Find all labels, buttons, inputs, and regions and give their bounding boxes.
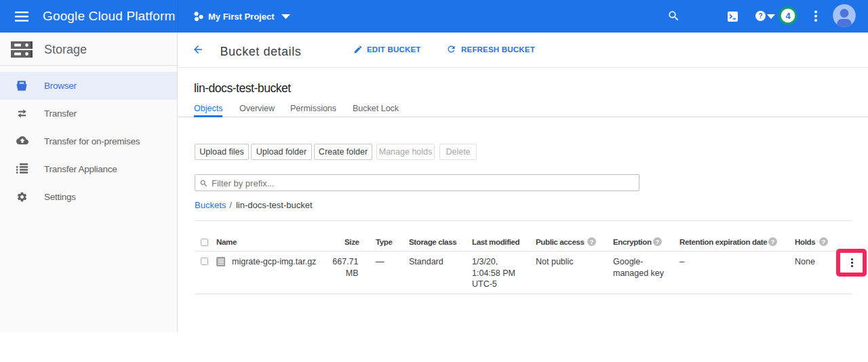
svg-text:?: ?: [758, 12, 762, 20]
svg-text:4: 4: [785, 11, 791, 21]
